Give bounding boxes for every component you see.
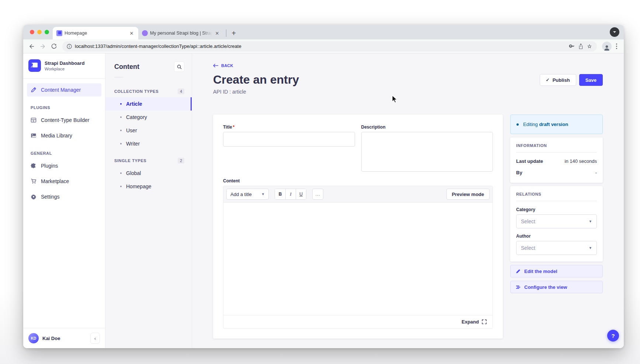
puzzle-icon	[31, 163, 36, 169]
sidebar-item-label: Plugins	[41, 163, 58, 169]
new-tab-button[interactable]: +	[229, 28, 239, 38]
description-label: Description	[361, 125, 493, 130]
close-window-button[interactable]	[30, 30, 34, 34]
subnav-item-user[interactable]: User	[105, 124, 192, 137]
category-label: Category	[516, 207, 597, 212]
bullet-icon	[120, 186, 122, 187]
close-tab-icon[interactable]: ✕	[129, 30, 135, 36]
category-select[interactable]: Select ▼	[516, 214, 597, 228]
sidebar-item-label: Settings	[41, 194, 60, 200]
save-button[interactable]: Save	[579, 74, 603, 86]
search-button[interactable]	[174, 62, 184, 72]
sidebar-item-media-library[interactable]: Media Library	[27, 129, 101, 142]
single-types-count-badge: 2	[178, 158, 184, 164]
browser-tabstrip: Homepage ✕ My personal Strapi blog | Str…	[23, 25, 624, 39]
sidebar-item-label: Content-Type Builder	[41, 117, 90, 123]
bullet-icon	[120, 116, 122, 118]
italic-button[interactable]: I	[285, 189, 296, 199]
collapse-sidebar-button[interactable]: ‹	[90, 333, 100, 344]
edit-model-button[interactable]: Edit the model	[510, 265, 603, 277]
more-options-button[interactable]: ...	[312, 189, 323, 200]
subnav-item-label: Article	[126, 101, 142, 107]
browser-tab-blog[interactable]: My personal Strapi blog | Strap ✕	[138, 27, 224, 39]
editor-text-area[interactable]	[223, 202, 493, 315]
subnav-item-label: User	[126, 127, 137, 133]
chevron-down-icon: ▼	[261, 192, 265, 196]
heading-select[interactable]: Add a title ▼	[226, 189, 269, 200]
subnav-item-global[interactable]: Global	[105, 167, 192, 180]
publish-button[interactable]: ✓ Publish	[540, 74, 576, 86]
subnav-item-label: Writer	[126, 141, 140, 147]
bullet-icon	[120, 130, 122, 131]
password-key-icon[interactable]	[569, 43, 575, 49]
entry-form-card: Title* Description	[213, 115, 503, 339]
share-icon[interactable]	[578, 43, 584, 49]
relations-heading: RELATIONS	[516, 192, 597, 196]
maximize-window-button[interactable]	[45, 30, 49, 34]
main-content: BACK Create an entry API ID : article ✓ …	[192, 53, 624, 348]
expand-icon[interactable]	[482, 319, 487, 324]
subnav-item-writer[interactable]: Writer	[105, 137, 192, 150]
forward-icon[interactable]	[38, 42, 48, 51]
by-row: By -	[516, 170, 597, 175]
chevron-down-icon	[613, 30, 616, 34]
browser-tab-homepage[interactable]: Homepage ✕	[53, 27, 138, 39]
subnav-item-article[interactable]: Article	[105, 97, 192, 111]
browser-profile-avatar[interactable]	[602, 42, 612, 51]
workspace-brand[interactable]: Strapi Dashboard Workplace	[23, 53, 105, 78]
sidebar-item-plugins[interactable]: Plugins	[27, 159, 101, 172]
help-button[interactable]: ?	[607, 330, 619, 342]
subnav-item-label: Homepage	[126, 183, 152, 189]
user-name: Kai Doe	[42, 336, 87, 341]
entry-side-panel: Editing draft version INFORMATION Last u…	[510, 115, 603, 293]
title-input[interactable]	[223, 132, 355, 147]
edit-pen-icon	[31, 87, 36, 93]
strapi-logo-icon	[28, 59, 41, 72]
sidebar-item-marketplace[interactable]: Marketplace	[27, 175, 101, 188]
content-subnav: Content COLLECTION TYPES 4 Article Cate	[105, 53, 192, 348]
strapi-app: Strapi Dashboard Workplace Content Manag…	[23, 53, 624, 348]
sidebar-item-content-manager[interactable]: Content Manager	[27, 83, 101, 97]
site-info-icon[interactable]	[67, 44, 72, 49]
minimize-window-button[interactable]	[37, 30, 42, 34]
underline-button[interactable]: U	[296, 189, 306, 199]
editor-toolbar: Add a title ▼ B I U ...	[223, 186, 493, 202]
expand-button[interactable]: Expand	[462, 319, 479, 325]
panel-divider	[516, 152, 597, 153]
sidebar-section-general: GENERAL	[27, 144, 101, 159]
description-field-group: Description	[361, 125, 493, 173]
image-icon	[31, 133, 36, 139]
user-avatar[interactable]: KD	[28, 333, 39, 343]
blog-favicon	[142, 30, 148, 36]
url-bar[interactable]: localhost:1337/admin/content-manager/col…	[62, 41, 597, 52]
sidebar-item-content-type-builder[interactable]: Content-Type Builder	[27, 113, 101, 127]
tab-separator	[226, 29, 226, 37]
sidebar-item-settings[interactable]: Settings	[27, 190, 101, 203]
rich-text-editor: Add a title ▼ B I U ...	[223, 186, 493, 329]
close-tab-icon[interactable]: ✕	[214, 30, 220, 36]
description-textarea[interactable]	[361, 132, 493, 172]
author-label: Author	[516, 234, 597, 239]
last-update-row: Last update in 140 seconds	[516, 158, 597, 164]
browser-menu-icon[interactable]	[613, 43, 620, 49]
arrow-left-icon	[213, 64, 218, 67]
subnav-item-homepage[interactable]: Homepage	[105, 180, 192, 193]
browser-toolbar: localhost:1337/admin/content-manager/col…	[23, 39, 624, 53]
bookmark-star-icon[interactable]	[587, 43, 592, 49]
url-text: localhost:1337/admin/content-manager/col…	[75, 43, 566, 49]
bold-button[interactable]: B	[275, 189, 285, 199]
pencil-icon	[516, 269, 521, 274]
author-select[interactable]: Select ▼	[516, 241, 597, 255]
chevron-down-icon: ▼	[589, 220, 592, 223]
configure-view-button[interactable]: Configure the view	[510, 281, 603, 293]
collection-types-count-badge: 4	[178, 88, 184, 94]
sidebar-user-row: KD Kai Doe ‹	[23, 328, 105, 348]
preview-mode-button[interactable]: Preview mode	[446, 189, 490, 200]
bullet-icon	[120, 103, 122, 105]
reload-icon[interactable]	[49, 42, 59, 51]
tab-search-button[interactable]	[610, 27, 619, 37]
back-link[interactable]: BACK	[213, 63, 233, 68]
workspace-title: Strapi Dashboard	[45, 60, 84, 66]
back-icon[interactable]	[27, 42, 36, 51]
subnav-item-category[interactable]: Category	[105, 111, 192, 124]
